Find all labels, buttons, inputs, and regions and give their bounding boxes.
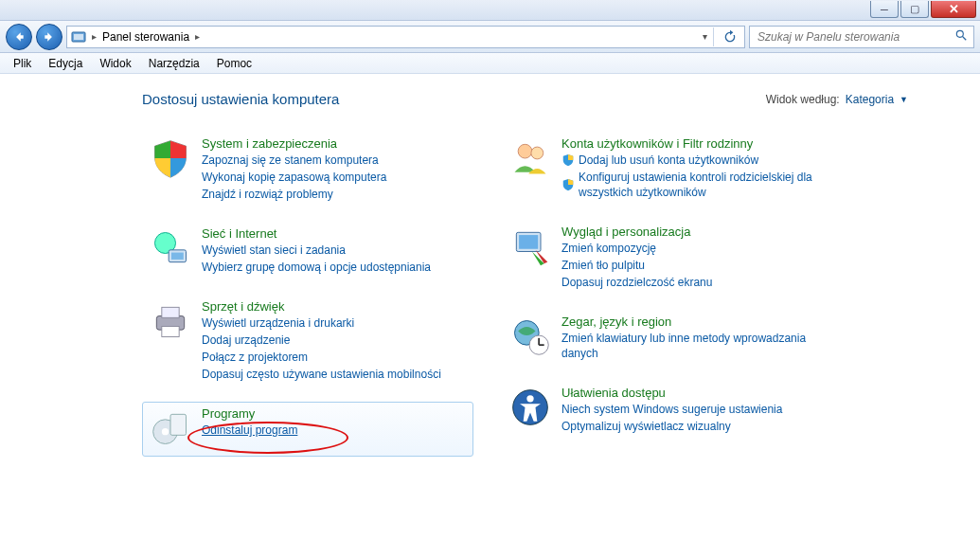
menu-view[interactable]: Widok	[92, 55, 138, 72]
close-button[interactable]: ✕	[931, 1, 976, 18]
svg-rect-8	[162, 307, 179, 317]
category-system-security[interactable]: System i zabezpieczenia Zapoznaj się ze …	[142, 132, 473, 208]
minimize-button[interactable]: ─	[870, 1, 899, 18]
separator	[713, 27, 714, 46]
forward-button[interactable]	[36, 24, 62, 50]
search-input[interactable]	[756, 29, 949, 45]
link-projector[interactable]: Połącz z projektorem	[202, 350, 441, 365]
link-text: Dodaj lub usuń konta użytkowników	[579, 153, 758, 168]
refresh-button[interactable]	[720, 27, 740, 47]
svg-rect-12	[170, 414, 187, 435]
appearance-icon	[508, 225, 552, 268]
control-panel-window: ─ ▢ ✕ ▸ Panel sterowania ▸ ▾	[0, 0, 980, 558]
ease-of-access-icon	[508, 386, 552, 429]
nav-toolbar: ▸ Panel sterowania ▸ ▾	[0, 21, 980, 53]
link-change-keyboard[interactable]: Zmień klawiatury lub inne metody wprowad…	[561, 331, 827, 361]
link-optimize-display[interactable]: Optymalizuj wyświetlacz wizualny	[561, 419, 782, 434]
link-add-device[interactable]: Dodaj urządzenie	[202, 333, 441, 348]
category-title[interactable]: Sieć i Internet	[202, 226, 431, 241]
category-title[interactable]: System i zabezpieczenia	[202, 136, 386, 151]
link-parental-controls[interactable]: Konfiguruj ustawienia kontroli rodziciel…	[561, 170, 827, 200]
address-bar[interactable]: ▸ Panel sterowania ▸ ▾	[66, 26, 745, 48]
category-columns: System i zabezpieczenia Zapoznaj się ze …	[142, 132, 946, 457]
chevron-down-icon: ▼	[900, 95, 908, 104]
svg-point-11	[162, 428, 169, 435]
svg-rect-1	[74, 34, 83, 40]
link-mobility[interactable]: Dopasuj często używane ustawienia mobiln…	[202, 367, 441, 382]
breadcrumb-root[interactable]: Panel sterowania	[102, 30, 189, 44]
window-controls: ─ ▢ ✕	[870, 1, 976, 18]
svg-rect-9	[162, 327, 179, 337]
chevron-right-icon: ▸	[195, 31, 200, 42]
content-area: Dostosuj ustawienia komputera Widok wedł…	[0, 74, 980, 558]
link-add-remove-accounts[interactable]: Dodaj lub usuń konta użytkowników	[561, 153, 827, 168]
menu-tools[interactable]: Narzędzia	[141, 55, 207, 72]
svg-point-22	[526, 395, 533, 402]
view-by-selector[interactable]: Widok według: Kategoria ▼	[766, 93, 908, 106]
category-programs[interactable]: Programy Odinstaluj program	[142, 402, 473, 457]
printer-icon	[149, 299, 192, 343]
chevron-right-icon: ▸	[92, 31, 97, 42]
menu-edit[interactable]: Edycja	[41, 55, 90, 72]
svg-rect-16	[519, 235, 538, 249]
users-icon	[508, 136, 552, 180]
menu-bar: Plik Edycja Widok Narzędzia Pomoc	[0, 53, 980, 74]
shield-icon	[149, 136, 192, 180]
link-resolution[interactable]: Dopasuj rozdzielczość ekranu	[561, 275, 712, 290]
globe-network-icon	[149, 226, 192, 270]
back-button[interactable]	[6, 24, 32, 50]
view-by-value: Kategoria	[846, 93, 894, 106]
maximize-button[interactable]: ▢	[900, 1, 929, 18]
category-title[interactable]: Sprzęt i dźwięk	[202, 299, 441, 314]
category-title[interactable]: Programy	[202, 406, 297, 421]
svg-line-3	[963, 37, 967, 41]
titlebar: ─ ▢ ✕	[0, 0, 980, 21]
page-title: Dostosuj ustawienia komputera	[142, 91, 339, 107]
svg-rect-6	[171, 253, 184, 260]
menu-help[interactable]: Pomoc	[209, 55, 259, 72]
link-suggest-settings[interactable]: Niech system Windows sugeruje ustawienia	[561, 402, 782, 417]
category-hardware-sound[interactable]: Sprzęt i dźwięk Wyświetl urządzenia i dr…	[142, 295, 473, 388]
menu-file[interactable]: Plik	[6, 55, 39, 72]
link-change-wallpaper[interactable]: Zmień tło pulpitu	[561, 258, 712, 273]
uac-shield-icon	[561, 178, 575, 191]
link-network-status[interactable]: Wyświetl stan sieci i zadania	[202, 243, 431, 258]
category-title[interactable]: Zegar, język i region	[561, 315, 827, 329]
programs-icon	[149, 406, 192, 450]
search-icon[interactable]	[954, 28, 968, 45]
category-title[interactable]: Ułatwienia dostępu	[561, 386, 782, 400]
clock-globe-icon	[508, 315, 552, 358]
address-dropdown-icon[interactable]: ▾	[703, 31, 707, 42]
svg-point-13	[518, 144, 532, 158]
link-troubleshoot[interactable]: Znajdź i rozwiąż problemy	[202, 187, 386, 202]
link-homegroup[interactable]: Wybierz grupę domową i opcje udostępnian…	[202, 260, 431, 275]
search-box[interactable]	[749, 26, 974, 48]
control-panel-icon	[71, 29, 86, 45]
link-devices-printers[interactable]: Wyświetl urządzenia i drukarki	[202, 315, 441, 331]
link-backup[interactable]: Wykonaj kopię zapasową komputera	[202, 170, 386, 185]
category-ease-of-access[interactable]: Ułatwienia dostępu Niech system Windows …	[502, 381, 833, 441]
svg-point-14	[531, 147, 543, 159]
category-title[interactable]: Konta użytkowników i Filtr rodzinny	[561, 136, 827, 151]
link-text: Konfiguruj ustawienia kontroli rodziciel…	[579, 170, 827, 200]
category-clock-language-region[interactable]: Zegar, język i region Zmień klawiatury l…	[502, 310, 833, 368]
content-header: Dostosuj ustawienia komputera Widok wedł…	[142, 91, 946, 107]
link-review-status[interactable]: Zapoznaj się ze stanem komputera	[202, 153, 386, 168]
link-change-theme[interactable]: Zmień kompozycję	[561, 241, 712, 256]
category-title[interactable]: Wygląd i personalizacja	[561, 225, 712, 239]
category-user-accounts[interactable]: Konta użytkowników i Filtr rodzinny Doda…	[502, 132, 833, 207]
category-network[interactable]: Sieć i Internet Wyświetl stan sieci i za…	[142, 222, 473, 281]
column-left: System i zabezpieczenia Zapoznaj się ze …	[142, 132, 473, 457]
link-uninstall-program[interactable]: Odinstaluj program	[202, 423, 297, 438]
view-by-label: Widok według:	[766, 93, 840, 106]
svg-point-2	[956, 30, 963, 37]
column-right: Konta użytkowników i Filtr rodzinny Doda…	[502, 132, 833, 457]
category-appearance[interactable]: Wygląd i personalizacja Zmień kompozycję…	[502, 220, 833, 297]
uac-shield-icon	[561, 153, 575, 167]
